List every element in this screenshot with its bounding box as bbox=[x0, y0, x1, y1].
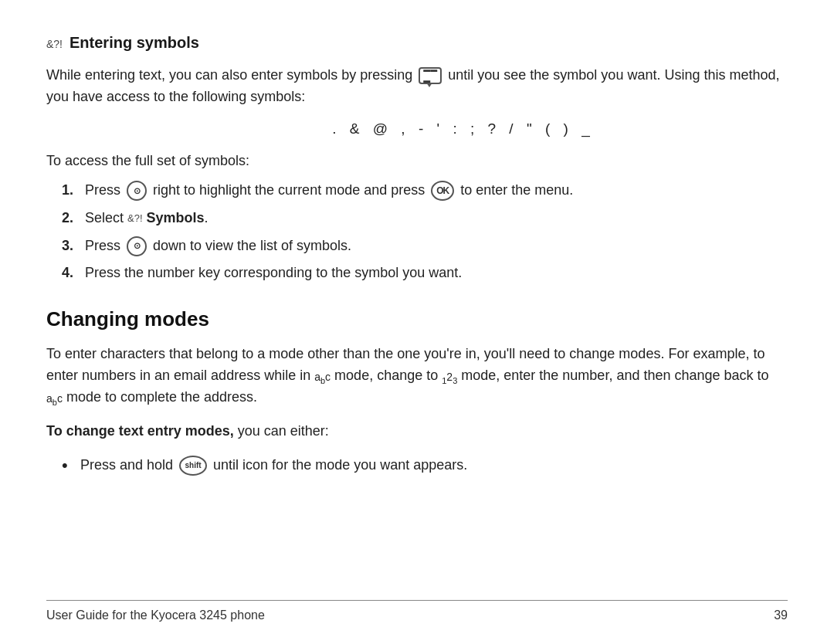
changing-modes-title: Changing modes bbox=[46, 307, 788, 331]
step-3-num: 3. bbox=[62, 236, 85, 257]
step-3-content: Press ⊙ down to view the list of symbols… bbox=[85, 236, 788, 257]
step-2-num: 2. bbox=[62, 208, 85, 229]
footer-page: 39 bbox=[774, 608, 788, 622]
bullet-dot: • bbox=[62, 455, 80, 477]
symbol-prefix: &?! bbox=[46, 38, 63, 50]
bullet-item-1: • Press and hold shift until icon for th… bbox=[62, 455, 788, 477]
step-4-num: 4. bbox=[62, 263, 85, 284]
step-1-num: 1. bbox=[62, 180, 85, 202]
entering-symbols-title: Entering symbols bbox=[70, 34, 199, 51]
changing-modes-intro: To enter characters that belong to a mod… bbox=[46, 344, 788, 408]
change-text-entry-label: To change text entry modes, you can eith… bbox=[46, 421, 788, 442]
message-icon: ▬▬▬ bbox=[419, 67, 442, 84]
bullet-content-1: Press and hold shift until icon for the … bbox=[80, 455, 467, 476]
change-plain-label: you can either: bbox=[238, 423, 329, 439]
step-1: 1. Press ⊙ right to highlight the curren… bbox=[62, 180, 788, 202]
page-content: &?! Entering symbols While entering text… bbox=[46, 31, 788, 477]
step-2: 2. Select &?! Symbols. bbox=[62, 208, 788, 229]
mode-abc-2: abc bbox=[46, 392, 63, 405]
step-2-content: Select &?! Symbols. bbox=[85, 208, 788, 229]
step-4-content: Press the number key corresponding to th… bbox=[85, 263, 788, 284]
access-text: To access the full set of symbols: bbox=[46, 153, 788, 169]
symbols-display: . & @ , - ' : ; ? / " ( ) _ bbox=[139, 120, 788, 137]
nav-icon-2: ⊙ bbox=[127, 236, 147, 256]
change-bold-label: To change text entry modes, bbox=[46, 423, 234, 439]
entering-symbols-intro: While entering text, you can also enter … bbox=[46, 65, 788, 108]
ok-icon: OK bbox=[431, 181, 454, 201]
step-4: 4. Press the number key corresponding to… bbox=[62, 263, 788, 284]
footer-text: User Guide for the Kyocera 3245 phone bbox=[46, 608, 265, 622]
symbols-label: Symbols bbox=[147, 210, 205, 225]
entering-symbols-header: &?! Entering symbols bbox=[46, 31, 788, 54]
nav-icon-1: ⊙ bbox=[127, 181, 147, 201]
intro-text-before: While entering text, you can also enter … bbox=[46, 67, 412, 83]
steps-list: 1. Press ⊙ right to highlight the curren… bbox=[62, 180, 788, 285]
bullet-list: • Press and hold shift until icon for th… bbox=[62, 455, 788, 477]
changing-modes-section: Changing modes To enter characters that … bbox=[46, 307, 788, 476]
step-1-content: Press ⊙ right to highlight the current m… bbox=[85, 180, 788, 202]
mode-abc-1: abc bbox=[314, 371, 331, 383]
footer: User Guide for the Kyocera 3245 phone 39 bbox=[46, 600, 788, 622]
mode-123: 123 bbox=[442, 371, 457, 383]
step-3: 3. Press ⊙ down to view the list of symb… bbox=[62, 236, 788, 257]
shift-icon: shift bbox=[179, 456, 207, 476]
